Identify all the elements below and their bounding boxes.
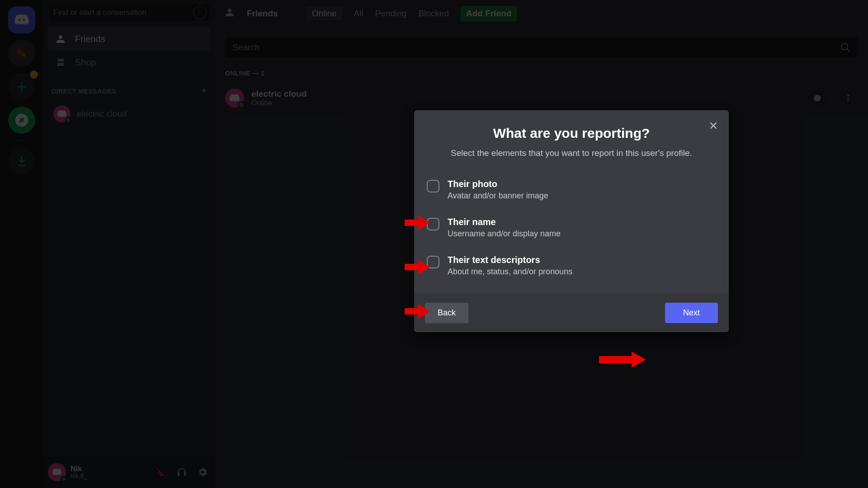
app-root: Find or start a conversation Friends Sho… bbox=[0, 0, 868, 488]
checkbox[interactable] bbox=[427, 256, 439, 268]
option-desc: About me, status, and/or pronouns bbox=[448, 267, 572, 277]
close-button[interactable] bbox=[706, 118, 721, 133]
close-icon bbox=[708, 121, 718, 131]
modal-footer: Back Next bbox=[414, 294, 729, 332]
option-title: Their name bbox=[448, 217, 561, 227]
modal-title: What are you reporting? bbox=[428, 126, 715, 141]
report-option-name[interactable]: Their name Username and/or display name bbox=[424, 209, 719, 247]
next-button[interactable]: Next bbox=[665, 303, 718, 323]
back-button[interactable]: Back bbox=[425, 303, 468, 323]
report-option-text[interactable]: Their text descriptors About me, status,… bbox=[424, 247, 719, 285]
modal-body: Their photo Avatar and/or banner image T… bbox=[414, 168, 729, 294]
option-desc: Username and/or display name bbox=[448, 229, 561, 239]
checkbox[interactable] bbox=[427, 180, 439, 192]
option-title: Their text descriptors bbox=[448, 255, 572, 265]
modal-subtitle: Select the elements that you want to rep… bbox=[428, 147, 715, 159]
modal-header: What are you reporting? Select the eleme… bbox=[414, 110, 729, 168]
option-desc: Avatar and/or banner image bbox=[448, 191, 548, 201]
report-option-photo[interactable]: Their photo Avatar and/or banner image bbox=[424, 171, 719, 209]
option-title: Their photo bbox=[448, 179, 548, 189]
report-modal: What are you reporting? Select the eleme… bbox=[414, 110, 729, 332]
checkbox[interactable] bbox=[427, 218, 439, 230]
